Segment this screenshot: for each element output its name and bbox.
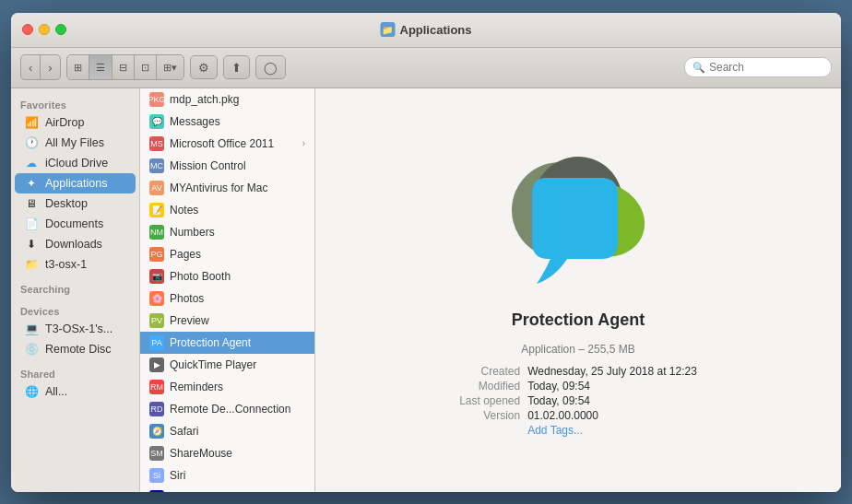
applications-icon: ✦	[24, 176, 39, 191]
view-buttons: ⊞ ☰ ⊟ ⊡ ⊞▾	[66, 54, 184, 80]
sidebar-item-airdrop[interactable]: 📶 AirDrop	[15, 112, 136, 133]
documents-label: Documents	[45, 217, 103, 230]
sidebar-item-t3osx[interactable]: 📁 t3-osx-1	[15, 254, 136, 275]
list-view-button[interactable]: ☰	[89, 55, 112, 79]
add-tags-link[interactable]: Add Tags...	[527, 424, 583, 437]
version-value: 01.02.00.0000	[527, 409, 697, 422]
list-item[interactable]: NM Numbers	[140, 221, 314, 243]
icloud-icon: ☁	[24, 156, 39, 170]
content-area: Favorites 📶 AirDrop 🕐 All My Files ☁ iCl…	[11, 88, 841, 492]
list-item[interactable]: SM ShareMouse	[140, 442, 314, 464]
icon-view-button[interactable]: ⊞	[67, 55, 89, 79]
toolbar: ‹ › ⊞ ☰ ⊟ ⊡ ⊞▾ ⚙ ⬆ ◯ 🔍	[11, 48, 841, 88]
sidebar-item-documents[interactable]: 📄 Documents	[15, 214, 136, 234]
sidebar-item-downloads[interactable]: ⬇ Downloads	[15, 234, 136, 254]
list-item[interactable]: 📝 Notes	[140, 199, 314, 221]
applications-label: Applications	[45, 177, 107, 190]
search-input[interactable]	[709, 61, 823, 74]
list-item[interactable]: RM Reminders	[140, 376, 314, 398]
view-options-button[interactable]: ⊞▾	[157, 55, 183, 79]
allmyfiles-label: All My Files	[45, 136, 104, 149]
list-item[interactable]: Si Siri	[140, 464, 314, 486]
sidebar: Favorites 📶 AirDrop 🕐 All My Files ☁ iCl…	[11, 88, 140, 492]
list-item[interactable]: 📷 Photo Booth	[140, 265, 314, 287]
sidebar-item-all-shared[interactable]: 🌐 All...	[15, 381, 136, 402]
finder-window: 📁 Applications ‹ › ⊞ ☰ ⊟ ⊡ ⊞▾ ⚙ ⬆ ◯ 🔍 Fa…	[11, 13, 841, 492]
list-item[interactable]: MC Mission Control	[140, 155, 314, 177]
list-item[interactable]: ▶ QuickTime Player	[140, 354, 314, 376]
chevron-right-icon: ›	[302, 138, 305, 148]
close-button[interactable]	[22, 24, 33, 35]
app-type-size: Application – 255,5 MB	[521, 343, 634, 356]
list-item[interactable]: 🌸 Photos	[140, 287, 314, 310]
list-item[interactable]: PV Preview	[140, 310, 314, 332]
modified-label: Modified	[459, 380, 526, 393]
sidebar-section-favorites: Favorites	[11, 96, 139, 112]
file-list: PKG mdp_atch.pkg 💬 Messages MS Microsoft…	[140, 88, 315, 492]
remote-disc-label: Remote Disc	[45, 343, 112, 356]
titlebar: 📁 Applications	[11, 13, 841, 48]
globe-icon: 🌐	[24, 384, 39, 399]
detail-panel: Protection Agent Application – 255,5 MB …	[315, 88, 841, 492]
sidebar-item-remote-disc[interactable]: 💿 Remote Disc	[15, 339, 136, 359]
sidebar-item-applications[interactable]: ✦ Applications	[15, 173, 136, 193]
nav-buttons: ‹ ›	[20, 54, 61, 80]
file-icon: 🧭	[149, 424, 164, 439]
sidebar-section-shared: Shared	[11, 365, 139, 381]
action-button[interactable]: ⚙	[190, 55, 218, 79]
last-opened-value: Today, 09:54	[527, 394, 697, 407]
tag-button[interactable]: ◯	[255, 55, 286, 79]
disc-icon: 💿	[24, 342, 39, 357]
documents-icon: 📄	[24, 217, 39, 231]
file-icon: 📝	[149, 203, 164, 217]
list-item[interactable]: RD Remote De...Connection	[140, 398, 314, 420]
airdrop-icon: 📶	[24, 115, 39, 130]
desktop-label: Desktop	[45, 197, 88, 210]
all-shared-label: All...	[45, 385, 67, 398]
sidebar-item-desktop[interactable]: 🖥 Desktop	[15, 193, 136, 214]
coverflow-view-button[interactable]: ⊡	[135, 55, 157, 79]
list-item[interactable]: PKG mdp_atch.pkg	[140, 88, 314, 111]
column-view-button[interactable]: ⊟	[112, 55, 135, 79]
list-item[interactable]: MS Microsoft Office 2011 ›	[140, 133, 314, 155]
file-icon: AV	[149, 181, 164, 195]
sidebar-section-devices: Devices	[11, 302, 139, 319]
app-info-table: Created Wednesday, 25 July 2018 at 12:23…	[457, 363, 699, 439]
file-icon: RM	[149, 380, 164, 394]
list-item[interactable]: 💬 Messages	[140, 111, 314, 133]
file-icon: MC	[149, 158, 164, 173]
back-button[interactable]: ‹	[21, 55, 41, 79]
forward-button[interactable]: ›	[41, 55, 59, 79]
file-icon: Si	[149, 468, 164, 483]
list-item[interactable]: AV MYAntivirus for Mac	[140, 177, 314, 199]
list-item[interactable]: PG Pages	[140, 243, 314, 265]
file-icon: PV	[149, 313, 164, 328]
file-icon: PKG	[149, 92, 164, 107]
maximize-button[interactable]	[55, 24, 66, 35]
list-item[interactable]: 🧭 Safari	[140, 420, 314, 442]
minimize-button[interactable]	[39, 24, 50, 35]
app-icon-container	[504, 141, 652, 292]
version-label: Version	[459, 409, 526, 422]
search-box[interactable]: 🔍	[684, 57, 832, 77]
sidebar-item-t3osx-dev[interactable]: 💻 T3-OSx-1's...	[15, 319, 136, 339]
traffic-lights	[22, 24, 66, 35]
file-icon: 💬	[149, 114, 164, 129]
title-folder-icon: 📁	[380, 22, 395, 37]
t3osx-dev-label: T3-OSx-1's...	[45, 322, 112, 335]
search-icon: 🔍	[692, 62, 705, 74]
app-name: Protection Agent	[512, 311, 645, 330]
allmyfiles-icon: 🕐	[24, 135, 39, 150]
t3osx-label: t3-osx-1	[45, 258, 87, 271]
modified-value: Today, 09:54	[527, 380, 697, 393]
share-button[interactable]: ⬆	[223, 55, 250, 79]
list-item-selected[interactable]: PA Protection Agent	[140, 332, 314, 354]
list-item[interactable]: SK Skype	[140, 486, 314, 492]
icloud-label: iCloud Drive	[45, 157, 108, 170]
sidebar-item-icloud[interactable]: ☁ iCloud Drive	[15, 153, 136, 173]
downloads-icon: ⬇	[24, 237, 39, 252]
sidebar-section-searching: Searching	[11, 280, 139, 297]
file-icon: SM	[149, 446, 164, 461]
desktop-icon: 🖥	[24, 196, 39, 211]
sidebar-item-allmyfiles[interactable]: 🕐 All My Files	[15, 133, 136, 153]
